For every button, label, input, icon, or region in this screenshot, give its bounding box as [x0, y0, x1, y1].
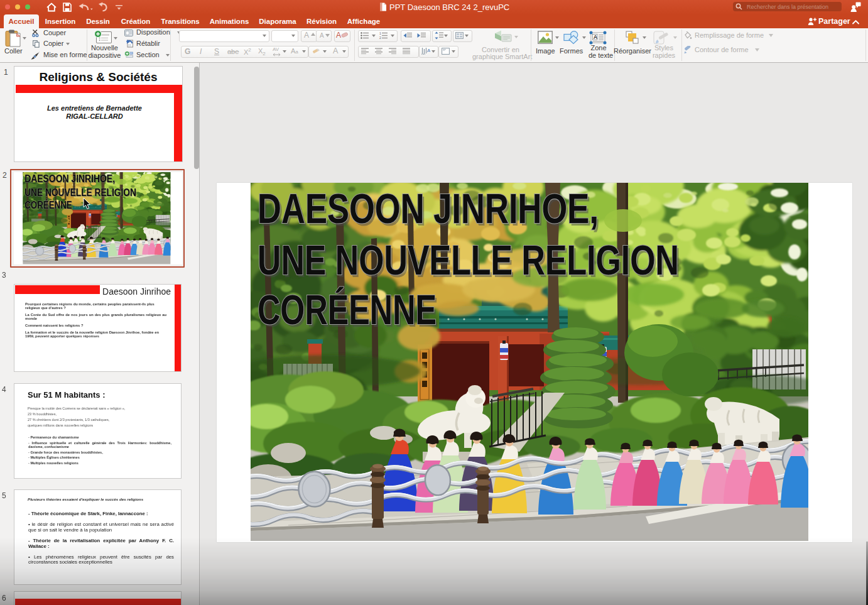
svg-text:A: A [594, 34, 598, 40]
svg-text:2: 2 [379, 36, 381, 39]
svg-text:A: A [427, 48, 430, 53]
svg-text:1: 1 [379, 32, 381, 35]
